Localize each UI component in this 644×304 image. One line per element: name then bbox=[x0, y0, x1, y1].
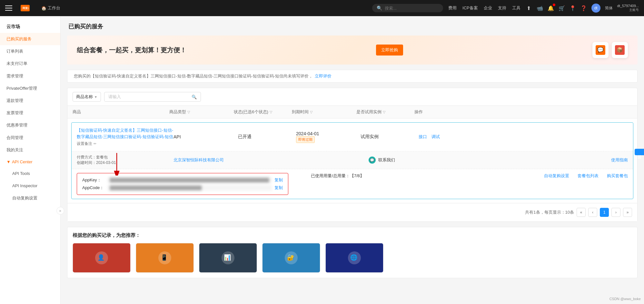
video-icon[interactable]: 📹 bbox=[537, 5, 543, 11]
notice-link[interactable]: 立即评价 bbox=[315, 73, 332, 79]
filter-input[interactable]: 请输入 🔍 bbox=[104, 92, 201, 102]
svg-text:📱: 📱 bbox=[161, 254, 168, 261]
notice-text: 您购买的【短信验证码-快速自定义签名】三网短信接口-短信-数字藏品短信-三网短信… bbox=[74, 73, 313, 79]
search-bar[interactable]: 🔍 bbox=[372, 4, 443, 12]
recommend-card-5[interactable]: 🌐 bbox=[325, 243, 383, 273]
top-navigation: 阿里云 🏠 工作台 🔍 费用 ICP备案 企业 支持 工具 ⬆ 📹 🔔 🛒 📍 … bbox=[0, 0, 644, 16]
action-interface[interactable]: 接口 bbox=[419, 134, 427, 139]
sidebar-title: 云市场 bbox=[0, 19, 60, 33]
appcode-line: AppCode： ██████████████████████████████ … bbox=[82, 185, 283, 191]
help-icon[interactable]: ❓ bbox=[580, 5, 587, 11]
recommend-card-img-3: 📊 bbox=[199, 243, 257, 272]
recommend-card-img-2: 📱 bbox=[136, 243, 193, 272]
product-payment-row: 付费方式：套餐包 创建时间：2024-03-01 北京深智恒际科技有限公司 💬 … bbox=[72, 151, 633, 169]
location-icon[interactable]: 📍 bbox=[570, 5, 576, 11]
cart-icon[interactable]: 🛒 bbox=[559, 5, 565, 11]
filter-row: 商品名称 ▼ 请输入 🔍 bbox=[67, 88, 638, 106]
col-trial-filter-icon[interactable]: ▽ bbox=[383, 110, 385, 114]
col-product: 商品 bbox=[73, 109, 169, 115]
svg-text:📦: 📦 bbox=[617, 47, 623, 53]
sidebar-item-demand[interactable]: 需求管理 bbox=[0, 70, 60, 82]
sidebar-item-orders[interactable]: 订单列表 bbox=[0, 45, 60, 57]
nav-fees[interactable]: 费用 bbox=[448, 5, 457, 11]
chat-icon: 💬 bbox=[369, 157, 376, 164]
sidebar-item-coupon[interactable]: 优惠券管理 bbox=[0, 119, 60, 131]
workbench-link[interactable]: 🏠 工作台 bbox=[41, 5, 60, 11]
appkey-copy-button[interactable]: 复制 bbox=[274, 177, 283, 183]
appkey-label: AppKey： bbox=[82, 177, 105, 183]
share-icon[interactable]: ⬆ bbox=[526, 5, 532, 11]
sidebar-sub-apicenter: API Tools API Inspector 自动复购设置 bbox=[0, 167, 60, 205]
page-last-btn[interactable]: » bbox=[623, 208, 632, 217]
sidebar-item-apitools[interactable]: API Tools bbox=[3, 167, 60, 180]
nav-tools[interactable]: 工具 bbox=[512, 5, 520, 11]
filter-select[interactable]: 商品名称 ▼ bbox=[73, 92, 101, 102]
hamburger-menu[interactable] bbox=[5, 3, 15, 13]
sidebar-item-privateoffer[interactable]: PrivateOffer管理 bbox=[0, 82, 60, 95]
sidebar: 云市场 已购买的服务 订单列表 未支付订单 需求管理 PrivateOffer管… bbox=[0, 16, 61, 304]
nav-links: 费用 ICP备案 企业 支持 工具 bbox=[448, 5, 520, 11]
col-expire-filter-icon[interactable]: ▽ bbox=[310, 110, 312, 114]
sidebar-item-refund[interactable]: 退款管理 bbox=[0, 95, 60, 107]
recommend-card-1[interactable]: 👤 bbox=[73, 243, 131, 273]
col-type: 商品类型 ▽ bbox=[169, 109, 234, 115]
auto-repurchase-link[interactable]: 自动复购设置 bbox=[544, 173, 569, 179]
page-next-btn[interactable]: › bbox=[611, 208, 620, 217]
svg-text:👤: 👤 bbox=[97, 254, 105, 261]
page-1-btn[interactable]: 1 bbox=[600, 208, 609, 217]
product-actions-cell: 接口 调试 bbox=[419, 134, 628, 140]
sidebar-item-invoice[interactable]: 发票管理 bbox=[0, 107, 60, 119]
manual-link[interactable]: 使用指南 bbox=[611, 157, 628, 162]
action-debug[interactable]: 调试 bbox=[431, 134, 440, 139]
recommend-card-2[interactable]: 📱 bbox=[136, 243, 194, 273]
sidebar-item-apiinspector[interactable]: API Inspector bbox=[3, 180, 60, 192]
arrow-annotation bbox=[110, 150, 136, 176]
banner-button[interactable]: 立即抢购 bbox=[376, 45, 403, 56]
usage-actions: 自动复购设置 套餐包列表 购买套餐包 bbox=[544, 173, 628, 179]
col-status-filter-icon[interactable]: ▽ bbox=[270, 110, 272, 114]
product-trial-cell: 试用实例 bbox=[361, 134, 419, 140]
feedback-float-btn[interactable]: 反馈 bbox=[635, 149, 644, 155]
sidebar-apicenter-toggle[interactable]: ▼ API Center bbox=[0, 156, 60, 167]
product-row: 【短信验证码-快速自定义签名】三网短信接口-短信-数字藏品短信-三网短信接口验证… bbox=[71, 122, 633, 199]
user-info[interactable]: dt_5797409... 主账号 bbox=[617, 4, 639, 12]
notice-bar: 您购买的【短信验证码-快速自定义签名】三网短信接口-短信-数字藏品短信-三网短信… bbox=[67, 70, 638, 83]
nav-enterprise[interactable]: 企业 bbox=[484, 5, 492, 11]
sidebar-item-contract[interactable]: 合同管理 bbox=[0, 132, 60, 144]
manual-cell: 使用指南 bbox=[433, 157, 628, 163]
recommend-card-4[interactable]: 🔐 bbox=[262, 243, 320, 273]
recommend-card-3[interactable]: 📊 bbox=[199, 243, 257, 273]
search-input[interactable] bbox=[385, 6, 436, 11]
col-status: 状态(已选6个状态) ▽ bbox=[234, 109, 292, 115]
sidebar-item-unpaid[interactable]: 未支付订单 bbox=[0, 57, 60, 70]
product-name-cell: 【短信验证码-快速自定义签名】三网短信接口-短信-数字藏品短信-三网短信接口验证… bbox=[77, 127, 173, 147]
aliyun-logo: 阿里云 bbox=[21, 5, 30, 11]
nav-icp[interactable]: ICP备案 bbox=[462, 5, 478, 11]
company-link[interactable]: 北京深智恒际科技有限公司 bbox=[173, 157, 224, 162]
package-list-link[interactable]: 套餐包列表 bbox=[578, 173, 599, 179]
page-first-btn[interactable]: « bbox=[577, 208, 586, 217]
sidebar-item-purchased[interactable]: 已购买的服务 bbox=[0, 33, 60, 45]
page-prev-btn[interactable]: ‹ bbox=[588, 208, 597, 217]
main-layout: 云市场 已购买的服务 订单列表 未支付订单 需求管理 PrivateOffer管… bbox=[0, 16, 644, 304]
edit-note-icon[interactable]: ✏ bbox=[94, 142, 96, 146]
nav-support[interactable]: 支持 bbox=[498, 5, 506, 11]
table-container: 商品 商品类型 ▽ 状态(已选6个状态) ▽ 到期时间 ▽ 是否试用实例 ▽ bbox=[67, 106, 638, 222]
sidebar-item-autorepurchase[interactable]: 自动复购设置 bbox=[3, 192, 60, 204]
appcode-copy-button[interactable]: 复制 bbox=[274, 185, 283, 191]
appkey-row: AppKey： ████████████████████████████████… bbox=[72, 169, 633, 199]
nav-icons: ⬆ 📹 🔔 🛒 📍 ❓ dt 简体 dt_5797409... 主账号 bbox=[526, 4, 639, 13]
lang-switch[interactable]: 简体 bbox=[605, 5, 613, 11]
sidebar-collapse-btn[interactable]: ≡ bbox=[56, 207, 64, 215]
csdn-watermark: CSDN @wwo_boke bbox=[609, 297, 641, 301]
product-name-link[interactable]: 【短信验证码-快速自定义签名】三网短信接口-短信-数字藏品短信-三网短信接口验证… bbox=[77, 128, 173, 139]
buy-package-link[interactable]: 购买套餐包 bbox=[607, 173, 628, 179]
banner-icons: 💬 📦 bbox=[592, 42, 628, 58]
usage-info: 已使用用量/总用量：【7/8】 bbox=[311, 173, 364, 179]
col-type-filter-icon[interactable]: ▽ bbox=[187, 110, 190, 114]
appkey-value: ████████████████████████████████████████… bbox=[107, 177, 272, 183]
bell-icon[interactable]: 🔔 bbox=[548, 5, 554, 11]
sidebar-item-favorites[interactable]: 我的关注 bbox=[0, 144, 60, 156]
avatar[interactable]: dt bbox=[591, 4, 600, 13]
search-icon: 🔍 bbox=[377, 5, 382, 11]
